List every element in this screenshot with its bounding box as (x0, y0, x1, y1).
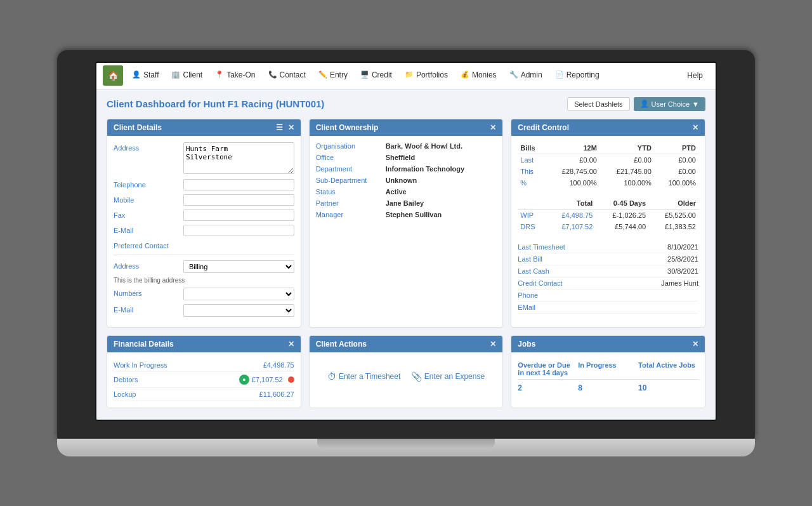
client-actions-header: Client Actions ✕ (310, 336, 503, 352)
credit-control-actions: ✕ (692, 123, 698, 132)
ownership-department: Department Information Technology (316, 165, 497, 173)
ownership-partner: Partner Jane Bailey (316, 199, 497, 207)
chevron-down-icon: ▼ (692, 100, 699, 108)
portfolios-icon: 📁 (405, 70, 414, 79)
fax-input[interactable] (183, 210, 294, 221)
address-select[interactable]: Billing (183, 260, 294, 273)
jobs-body: Overdue or Due in next 14 days In Progre… (511, 352, 705, 403)
mobile-input[interactable] (183, 194, 294, 206)
client-details-actions: ☰ ✕ (276, 123, 294, 132)
ownership-subdepartment: Sub-Department Unknown (316, 176, 497, 184)
enter-timesheet-link[interactable]: ⏱ Enter a Timesheet (327, 371, 400, 382)
numbers-select[interactable] (183, 288, 294, 300)
client-details-body: Address Hunts Farm Silverstone Telephone (107, 136, 301, 327)
credit-totals-table: Total 0-45 Days Older WIP £4,498.75 (518, 197, 698, 232)
email2-select[interactable] (183, 304, 294, 317)
debtors-red-badge (288, 376, 294, 383)
user-icon: 👤 (640, 100, 649, 108)
financial-details-body: Work In Progress £4,498.75 Debtors ● £7,… (107, 352, 301, 408)
ownership-office: Office Sheffield (316, 154, 497, 161)
credit-info-section: Last Timesheet 8/10/2021 Last Bill 25/8/… (518, 241, 698, 314)
client-icon: 🏢 (171, 70, 180, 79)
financial-details-card: Financial Details ✕ Work In Progress £4,… (107, 335, 301, 408)
jobs-header: Jobs ✕ (511, 336, 705, 352)
credit-control-header: Credit Control ✕ (511, 119, 705, 136)
entry-icon: ✏️ (318, 70, 327, 79)
credit-control-card: Credit Control ✕ Bills 12M (511, 119, 705, 328)
mobile-row: Mobile (114, 194, 294, 206)
telephone-row: Telephone (114, 179, 294, 190)
financial-details-header: Financial Details ✕ (107, 336, 301, 352)
bills-col-header: Bills (518, 142, 545, 154)
fax-row: Fax (114, 210, 294, 221)
table-row: Last £0.00 £0.00 £0.00 (518, 154, 698, 166)
select-dashlets-button[interactable]: Select Dashlets (567, 97, 629, 111)
menu-icon[interactable]: ☰ (276, 123, 283, 132)
takeon-icon: 📍 (215, 70, 224, 79)
email-row: E-Mail (114, 225, 294, 236)
nav-contact[interactable]: 📞 Contact (262, 62, 312, 89)
lockup-row: Lockup £11,606.27 (114, 388, 294, 401)
client-details-header: Client Details ☰ ✕ (107, 119, 301, 136)
page-content: Client Dashboard for Hunt F1 Racing (HUN… (96, 90, 716, 420)
telephone-input[interactable] (183, 179, 294, 190)
close-icon[interactable]: ✕ (692, 123, 698, 132)
close-icon[interactable]: ✕ (490, 123, 496, 132)
wip-row: Work In Progress £4,498.75 (114, 359, 294, 372)
nav-monies[interactable]: 💰 Monies (454, 62, 503, 89)
jobs-card: Jobs ✕ Overdue or Due in next 14 days In… (511, 335, 705, 408)
email-input[interactable] (183, 225, 294, 236)
client-actions-actions: ✕ (490, 340, 496, 349)
nav-reporting[interactable]: 📄 Reporting (549, 62, 606, 89)
close-icon[interactable]: ✕ (288, 340, 294, 349)
12m-col-header: 12M (545, 142, 599, 154)
close-icon[interactable]: ✕ (490, 340, 496, 349)
billing-note: This is the billing address (114, 277, 294, 284)
close-icon[interactable]: ✕ (692, 340, 698, 349)
client-details-card: Client Details ☰ ✕ Address Hunts Farm Si… (107, 119, 301, 328)
table-row: WIP £4,498.75 £-1,026.25 £5,525.00 (518, 209, 698, 221)
enter-expense-link[interactable]: 📎 Enter an Expense (411, 371, 485, 382)
debtors-green-badge: ● (239, 375, 249, 385)
address-row: Address Hunts Farm Silverstone (114, 142, 294, 175)
financial-details-actions: ✕ (288, 340, 294, 349)
nav-staff[interactable]: 👤 Staff (126, 62, 165, 89)
email-row: EMail (518, 302, 698, 314)
home-button[interactable]: 🏠 (103, 65, 123, 86)
debtors-row: Debtors ● £7,107.52 (114, 372, 294, 388)
ptd-col-header: PTD (654, 142, 698, 154)
credit-control-body: Bills 12M YTD PTD Last £0.00 (511, 136, 705, 320)
last-bill-row: Last Bill 25/8/2021 (518, 253, 698, 265)
close-icon[interactable]: ✕ (288, 123, 294, 132)
monies-icon: 💰 (461, 70, 469, 79)
nav-entry[interactable]: ✏️ Entry (312, 62, 354, 89)
client-ownership-actions: ✕ (490, 123, 496, 132)
client-actions-card: Client Actions ✕ ⏱ Enter a Timesheet (309, 335, 504, 408)
help-link[interactable]: Help (681, 71, 709, 80)
credit-bills-table: Bills 12M YTD PTD Last £0.00 (518, 142, 698, 189)
credit-contact-row: Credit Contact James Hunt (518, 277, 698, 290)
table-row: DRS £7,107.52 £5,744.00 £1,383.52 (518, 221, 698, 232)
nav-takeon[interactable]: 📍 Take-On (209, 62, 261, 89)
user-choice-button[interactable]: 👤 User Choice ▼ (634, 97, 705, 111)
ownership-status: Status Active (316, 188, 497, 196)
nav-credit[interactable]: 🖥️ Credit (354, 62, 398, 89)
dashboard-grid: Client Details ☰ ✕ Address Hunts Farm Si… (107, 119, 705, 408)
client-ownership-header: Client Ownership ✕ (310, 119, 503, 136)
preferred-contact-row: Preferred Contact (114, 240, 294, 250)
jobs-data-row: 2 8 10 (518, 380, 698, 396)
nav-admin[interactable]: 🔧 Admin (503, 62, 549, 89)
action-links: ⏱ Enter a Timesheet 📎 Enter an Expense (316, 359, 497, 394)
staff-icon: 👤 (132, 70, 141, 79)
address-textarea[interactable]: Hunts Farm Silverstone (183, 142, 294, 174)
header-buttons: Select Dashlets 👤 User Choice ▼ (567, 97, 705, 111)
last-cash-row: Last Cash 30/8/2021 (518, 265, 698, 277)
email2-row: E-Mail (114, 304, 294, 317)
table-row: This £28,745.00 £21,745.00 £0.00 (518, 166, 698, 177)
last-timesheet-row: Last Timesheet 8/10/2021 (518, 241, 698, 253)
table-row: % 100.00% 100.00% 100.00% (518, 177, 698, 189)
nav-portfolios[interactable]: 📁 Portfolios (398, 62, 454, 89)
nav-client[interactable]: 🏢 Client (165, 62, 209, 89)
reporting-icon: 📄 (555, 70, 564, 79)
credit-icon: 🖥️ (360, 70, 369, 79)
